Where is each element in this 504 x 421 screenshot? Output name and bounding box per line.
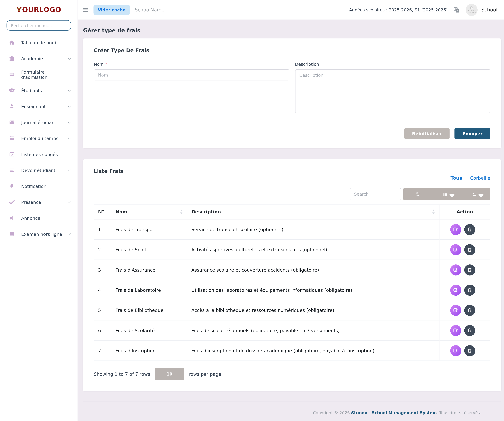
table-row: 6Frais de ScolaritéFrais de scolarité an… <box>94 320 490 340</box>
edit-button[interactable] <box>450 264 461 275</box>
sidebar-item-tableau-de-bord[interactable]: Tableau de bord <box>0 35 78 51</box>
download-button[interactable] <box>461 188 490 200</box>
delete-button[interactable] <box>464 264 475 275</box>
rows-per-page-select[interactable]: 10 <box>155 368 184 380</box>
sidebar-item-devoir-etudiant[interactable]: Devoir étudiant <box>0 162 78 178</box>
delete-button[interactable] <box>464 285 475 296</box>
row-description: Frais de scolarité annuels (obligatoire,… <box>187 320 439 340</box>
columns-icon <box>443 192 447 197</box>
caret-down-icon <box>478 193 480 195</box>
translate-icon[interactable]: A <box>453 6 460 13</box>
edit-button[interactable] <box>450 244 461 255</box>
delete-button[interactable] <box>464 224 475 235</box>
delete-button[interactable] <box>464 244 475 255</box>
sidebar-item-examen-hors-ligne[interactable]: Examen hors ligne <box>0 226 78 242</box>
graduation-cap-icon <box>9 87 15 93</box>
hamburger-icon[interactable] <box>82 6 89 13</box>
sidebar-search-input[interactable] <box>6 20 71 31</box>
filter-all-link[interactable]: Tous <box>450 176 462 181</box>
sidebar-item-label: Académie <box>21 56 43 61</box>
sidebar-item-emploi-du-temps[interactable]: Emploi du temps <box>0 130 78 146</box>
download-icon <box>472 192 476 197</box>
columns-button[interactable] <box>432 188 461 200</box>
avatar[interactable]: NO IMAGE AVAILABLE <box>466 4 478 16</box>
clear-cache-button[interactable]: Vider cache <box>93 5 130 15</box>
description-label: Description <box>295 62 490 67</box>
edit-button[interactable] <box>450 325 461 336</box>
trash-icon <box>467 287 472 293</box>
sidebar-item-liste-des-conges[interactable]: Liste des congés <box>0 146 78 162</box>
sidebar-item-label: Présence <box>21 200 41 205</box>
sidebar-item-enseignant[interactable]: Enseignant <box>0 98 78 114</box>
envelope-icon <box>9 119 15 125</box>
school-name-label: SchoolName <box>135 7 164 12</box>
name-input[interactable] <box>94 69 289 80</box>
table-row: 5Frais de BibliothèqueAccès à la bibliot… <box>94 300 490 320</box>
edit-button[interactable] <box>450 285 461 296</box>
sidebar-item-presence[interactable]: Présence <box>0 194 78 210</box>
fee-list-card: Liste Frais Tous | Corbeille N° Nom <box>83 159 501 391</box>
brand-logo[interactable]: YOURLOGO <box>0 0 78 20</box>
delete-button[interactable] <box>464 345 475 356</box>
bell-icon <box>9 183 15 189</box>
sidebar-item-label: Enseignant <box>21 104 46 109</box>
trash-icon <box>467 267 472 273</box>
sidebar-item-formulaire-d-admission[interactable]: Formulaire d'admission <box>0 66 78 82</box>
chevron-down-icon <box>67 104 72 108</box>
footer-brand-link[interactable]: Stunov - School Management System <box>351 410 437 415</box>
profile-label[interactable]: School <box>481 7 498 13</box>
name-label: Nom * <box>94 62 289 67</box>
chevron-down-icon <box>67 88 72 93</box>
sidebar-item-annonce[interactable]: Annonce <box>0 210 78 226</box>
table-toolbar-buttons <box>403 188 490 200</box>
sidebar-menu: Tableau de bordAcadémieFormulaire d'admi… <box>0 35 78 242</box>
trash-icon <box>467 348 472 353</box>
sidebar-item-academie[interactable]: Académie <box>0 51 78 66</box>
sidebar-item-label: Tableau de bord <box>21 40 56 45</box>
trash-icon <box>467 247 472 252</box>
caret-down-icon <box>449 193 451 195</box>
row-number: 7 <box>94 341 111 361</box>
delete-button[interactable] <box>464 325 475 336</box>
refresh-button[interactable] <box>403 188 432 200</box>
delete-button[interactable] <box>464 305 475 316</box>
row-description: Frais d'inscription et de dossier académ… <box>187 341 439 361</box>
edit-icon <box>453 348 458 353</box>
sidebar-item-label: Liste des congés <box>21 152 58 157</box>
column-header-description[interactable]: Description <box>187 204 439 219</box>
sidebar-item-journal-etudiant[interactable]: Journal étudiant <box>0 114 78 130</box>
required-asterisk: * <box>105 62 107 67</box>
edit-icon <box>453 267 458 273</box>
reset-button[interactable]: Réinitialiser <box>404 128 450 139</box>
table-row: 7Frais d'InscriptionFrais d'inscription … <box>94 341 490 361</box>
row-number: 3 <box>94 260 111 280</box>
topbar: Vider cache SchoolName Années scolaires … <box>78 0 504 20</box>
page-root: YOURLOGO Tableau de bordAcadémieFormulai… <box>0 0 504 421</box>
sort-icon[interactable] <box>432 209 435 214</box>
sidebar-item-etudiants[interactable]: Étudiants <box>0 82 78 98</box>
trash-icon <box>467 227 472 232</box>
list-icon <box>9 167 15 173</box>
table-row: 2Frais de SportActivités sportives, cult… <box>94 239 490 260</box>
column-header-nom[interactable]: Nom <box>111 204 187 219</box>
edit-button[interactable] <box>450 345 461 356</box>
sort-icon[interactable] <box>180 209 183 214</box>
description-input[interactable] <box>295 69 490 113</box>
chevron-down-icon <box>67 232 72 236</box>
trash-icon <box>467 328 472 333</box>
megaphone-icon <box>9 215 15 221</box>
submit-button[interactable]: Envoyer <box>455 128 490 139</box>
table-search-input[interactable] <box>350 188 401 200</box>
book-icon <box>9 231 15 237</box>
edit-button[interactable] <box>450 224 461 235</box>
chevron-down-icon <box>67 200 72 204</box>
filter-trash-link[interactable]: Corbeille <box>470 176 490 181</box>
edit-button[interactable] <box>450 305 461 316</box>
sidebar-item-label: Emploi du temps <box>21 136 58 141</box>
edit-icon <box>453 247 458 252</box>
sidebar-item-label: Étudiants <box>21 88 42 93</box>
table-row: 4Frais de LaboratoireUtilisation des lab… <box>94 280 490 300</box>
row-name: Frais de Scolarité <box>111 320 187 340</box>
sidebar-item-notification[interactable]: Notification <box>0 178 78 194</box>
edit-icon <box>453 287 458 293</box>
